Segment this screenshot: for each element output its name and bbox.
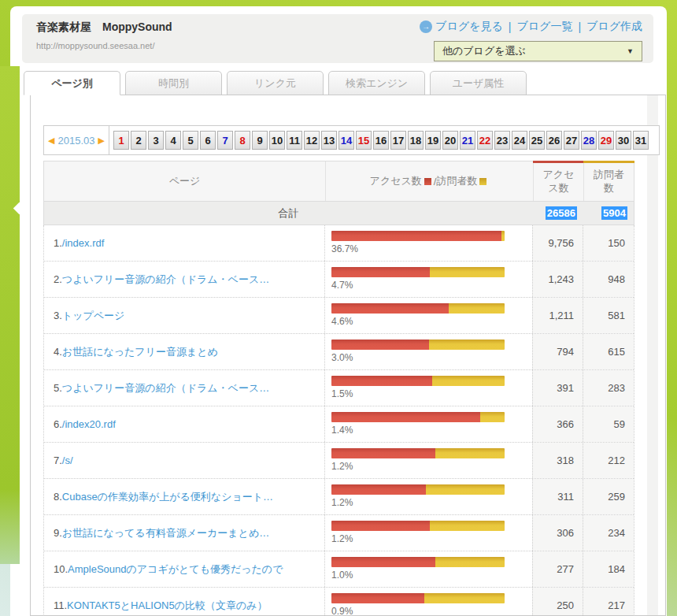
day-cell-19[interactable]: 19 <box>425 131 441 150</box>
page-link[interactable]: つよいフリー音源の紹介（ドラム・ベース… <box>62 273 269 287</box>
page-link[interactable]: /s/ <box>62 455 73 466</box>
day-cell-14[interactable]: 14 <box>338 131 354 150</box>
page-link[interactable]: /index.rdf <box>62 237 104 249</box>
page-link[interactable]: お世話になってる有料音源メーカーまとめ… <box>62 526 269 540</box>
tab-user-attributes[interactable]: ユーザ属性 <box>430 71 527 95</box>
day-cell-8[interactable]: 8 <box>235 131 250 150</box>
table-body: 1./index.rdf 36.7% 9,756 150 2.つよいフリー音源の… <box>43 225 634 616</box>
percent-label: 3.0% <box>331 352 532 363</box>
access-bar-segment <box>331 267 430 277</box>
access-bar-segment <box>331 557 435 567</box>
access-visitors-bar <box>331 267 505 277</box>
day-cell-30[interactable]: 30 <box>616 131 631 150</box>
table-row: 7./s/ 1.2% 318 212 <box>44 443 634 479</box>
bar-cell: 1.2% <box>324 515 532 551</box>
access-visitors-bar <box>331 376 505 386</box>
table-row: 3.トップページ 4.6% 1,211 581 <box>44 298 634 334</box>
page-link[interactable]: AmpleSoundのアコギがとても優秀だったので <box>68 562 283 577</box>
day-cell-25[interactable]: 25 <box>529 131 545 150</box>
day-cell-5[interactable]: 5 <box>183 131 198 150</box>
percent-label: 4.6% <box>331 316 532 327</box>
day-cell-20[interactable]: 20 <box>442 131 458 150</box>
day-cell-16[interactable]: 16 <box>373 131 389 150</box>
create-blog-link[interactable]: ブログ作成 <box>586 20 642 34</box>
page-link[interactable]: Cubaseの作業効率が上がる便利なショート… <box>62 490 273 504</box>
percent-label: 1.2% <box>331 533 532 544</box>
tab-by-page[interactable]: ページ別 <box>24 71 120 95</box>
day-cell-23[interactable]: 23 <box>494 131 510 150</box>
day-cell-24[interactable]: 24 <box>512 131 527 150</box>
bar-cell: 4.7% <box>324 262 532 297</box>
day-cell-31[interactable]: 31 <box>633 131 649 150</box>
day-cell-12[interactable]: 12 <box>304 131 320 150</box>
tab-by-hour[interactable]: 時間別 <box>125 71 222 95</box>
visitors-bar-segment <box>424 593 505 603</box>
page-link[interactable]: お世話になったフリー音源まとめ <box>62 345 218 359</box>
day-cell-2[interactable]: 2 <box>131 131 146 150</box>
day-cell-15[interactable]: 15 <box>356 131 372 150</box>
day-cell-1[interactable]: 1 <box>113 131 129 150</box>
visitors-count: 259 <box>583 479 634 514</box>
access-legend-swatch <box>424 178 431 185</box>
page-cell: 7./s/ <box>44 443 324 478</box>
link-separator: | <box>509 20 512 33</box>
column-header-bar-legend: アクセス数 / 訪問者数 <box>325 161 533 201</box>
page-link[interactable]: /index20.rdf <box>62 418 116 430</box>
access-bar-segment <box>331 340 429 350</box>
tab-search-engine[interactable]: 検索エンジン <box>328 71 425 95</box>
table-row: 9.お世話になってる有料音源メーカーまとめ… 1.2% 306 234 <box>44 515 634 551</box>
page-link[interactable]: KONTAKT5とHALION5の比較（文章のみ） <box>67 599 268 613</box>
day-cell-17[interactable]: 17 <box>390 131 406 150</box>
access-bar-segment <box>331 448 435 458</box>
day-cell-3[interactable]: 3 <box>148 131 164 150</box>
visitors-count: 581 <box>583 298 634 333</box>
day-cell-18[interactable]: 18 <box>408 131 424 150</box>
access-visitors-bar <box>331 303 505 314</box>
main-card: 音楽素材屋 MoppySound http://moppysound.seesa… <box>10 6 667 616</box>
page-link[interactable]: トップページ <box>62 309 125 323</box>
day-cell-27[interactable]: 27 <box>564 131 579 150</box>
visitors-bar-segment <box>430 267 505 277</box>
day-cell-4[interactable]: 4 <box>165 131 181 150</box>
prev-month-button[interactable]: ◀ <box>48 135 54 146</box>
visitors-bar-segment <box>430 521 505 531</box>
access-bar-segment <box>331 412 480 422</box>
visitors-bar-segment <box>480 412 505 422</box>
day-cell-21[interactable]: 21 <box>460 131 475 150</box>
visitors-count: 615 <box>583 334 634 369</box>
day-cell-29[interactable]: 29 <box>598 131 614 150</box>
page-link[interactable]: つよいフリー音源の紹介（ドラム・ベース… <box>62 381 269 395</box>
month-nav: ◀ 2015.03 ▶ <box>44 126 109 154</box>
visitors-bar-segment <box>426 484 505 495</box>
page-cell: 6./index20.rdf <box>44 406 324 442</box>
day-cell-11[interactable]: 11 <box>287 131 302 150</box>
column-header-visitors: 訪問者数 <box>583 161 634 201</box>
day-cell-13[interactable]: 13 <box>321 131 337 150</box>
scrollbar-track[interactable] <box>647 95 658 615</box>
day-cell-22[interactable]: 22 <box>477 131 493 150</box>
day-cell-26[interactable]: 26 <box>546 131 562 150</box>
day-cell-10[interactable]: 10 <box>269 131 285 150</box>
access-count: 306 <box>532 515 583 551</box>
day-cell-9[interactable]: 9 <box>252 131 268 150</box>
access-count: 277 <box>532 551 583 587</box>
access-table: ページ アクセス数 / 訪問者数 アクセス数 訪問者数 合計 26586 590… <box>43 161 634 616</box>
view-blog-link[interactable]: ブログを見る <box>435 20 503 34</box>
access-bar-segment <box>331 521 430 531</box>
percent-label: 4.7% <box>331 280 532 291</box>
table-row: 8.Cubaseの作業効率が上がる便利なショート… 1.2% 311 259 <box>44 479 634 515</box>
access-count: 318 <box>532 443 583 478</box>
page-rank: 11. <box>54 599 67 611</box>
blog-list-link[interactable]: ブログ一覧 <box>516 20 572 34</box>
access-visitors-bar <box>331 231 505 241</box>
percent-label: 1.5% <box>331 388 532 399</box>
tab-referrer[interactable]: リンク元 <box>227 71 324 95</box>
next-month-button[interactable]: ▶ <box>98 135 105 146</box>
percent-label: 1.0% <box>331 570 532 581</box>
visitors-bar-segment <box>501 231 505 241</box>
day-cell-28[interactable]: 28 <box>581 131 597 150</box>
visitors-count: 217 <box>583 588 634 616</box>
blog-select-dropdown[interactable]: 他のブログを選ぶ ▼ <box>434 41 642 61</box>
day-cell-6[interactable]: 6 <box>200 131 216 150</box>
day-cell-7[interactable]: 7 <box>217 131 233 150</box>
